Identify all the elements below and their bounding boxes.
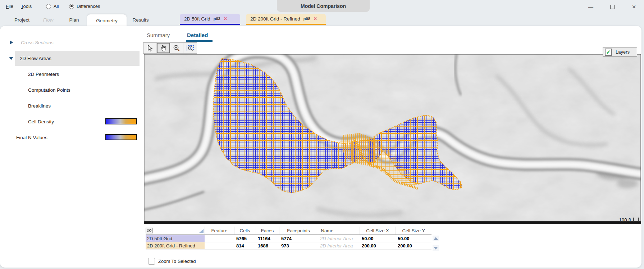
tree-item-final-n-values[interactable]: Final N Values (16, 131, 47, 143)
close-tab-icon[interactable]: ✕ (314, 16, 317, 21)
zoom-window-tool[interactable] (183, 43, 197, 53)
hand-icon (160, 45, 167, 52)
radio-all[interactable]: All (46, 4, 59, 9)
terrain-hillshade-map: 100 ft (144, 54, 641, 224)
zoom-to-selected-row[interactable]: Zoom To Selected (148, 258, 196, 265)
map-canvas[interactable]: 100 ft (144, 54, 641, 224)
sort-indicator-icon (199, 229, 204, 233)
eye-slash-icon (146, 228, 153, 233)
close-tab-icon[interactable]: ✕ (224, 16, 227, 21)
check-icon: ✓ (606, 49, 611, 55)
window-title-pill: Model Comparison (277, 0, 370, 12)
column-header-faces[interactable]: Faces (256, 227, 279, 235)
final-n-values-legend (105, 134, 137, 140)
comparison-table: Feature Cells Faces Facepoints Name Cell… (146, 227, 431, 250)
table-row-2d-200ft-grid-refined[interactable]: 2D 200ft Grid - Refined 814 1686 973 2D … (146, 242, 431, 249)
pan-hand-tool[interactable] (157, 43, 170, 53)
radio-differences[interactable]: Differences (69, 4, 100, 9)
table-scrollbar[interactable] (433, 236, 439, 251)
tree-item-computation-points[interactable]: Computation Points (28, 84, 70, 96)
select-cursor-tool[interactable] (143, 43, 157, 53)
menu-tools[interactable]: Tools (21, 4, 32, 9)
minimize-button[interactable]: — (585, 3, 596, 11)
plan-badge: p08 (303, 17, 310, 21)
close-button[interactable]: ✕ (629, 3, 639, 11)
menu-file[interactable]: File (6, 4, 13, 9)
tree-item-2d-flow-areas[interactable]: 2D Flow Areas (9, 52, 51, 64)
column-header-cells[interactable]: Cells (234, 227, 256, 235)
tab-plan[interactable]: Plan (65, 14, 83, 25)
tab-project[interactable]: Project (12, 14, 32, 25)
maximize-button[interactable] (607, 3, 618, 11)
feature-cell (205, 242, 234, 249)
chevron-down-icon[interactable] (9, 57, 13, 60)
radio-all-label: All (54, 4, 59, 9)
zoom-in-tool[interactable] (170, 43, 183, 53)
tree-item-cell-density[interactable]: Cell Density (28, 115, 54, 128)
cell-size-x-cell: 200.00 (360, 242, 396, 249)
maximize-icon (610, 5, 615, 9)
tree-item-breaklines[interactable]: Breaklines (28, 100, 51, 112)
facepoints-cell: 973 (279, 242, 318, 249)
cell-size-x-cell: 50.00 (360, 235, 396, 242)
tab-detailed[interactable]: Detailed (187, 30, 208, 40)
arrow-up-icon (434, 237, 438, 240)
visibility-column-header[interactable] (146, 227, 205, 235)
model-tab-label: 2D 50ft Grid (184, 16, 210, 22)
window-title: Model Comparison (301, 3, 346, 9)
cells-cell: 5765 (234, 235, 256, 242)
tab-summary[interactable]: Summary (147, 30, 170, 40)
radio-differences-circle[interactable] (69, 4, 74, 9)
layers-label: Layers (616, 49, 630, 55)
feature-name-cell[interactable]: 2D 50ft Grid (146, 235, 205, 242)
name-cell: 2D Interior Area (318, 242, 360, 249)
name-cell: 2D Interior Area (318, 235, 360, 242)
table-header-row: Feature Cells Faces Facepoints Name Cell… (146, 227, 431, 235)
magnifier-plus-icon (173, 45, 180, 52)
tab-results[interactable]: Results (131, 14, 150, 25)
cell-size-y-cell: 200.00 (396, 242, 431, 249)
column-header-cell-size-y[interactable]: Cell Size Y (396, 227, 431, 235)
model-tab-2d-50ft-grid[interactable]: 2D 50ft Grid p03 ✕ (180, 14, 240, 25)
arrow-down-icon (434, 247, 438, 250)
plan-badge: p03 (214, 17, 220, 21)
scroll-up-button[interactable] (433, 236, 439, 241)
feature-name-cell[interactable]: 2D 200ft Grid - Refined (146, 242, 205, 249)
zoom-to-selected-label: Zoom To Selected (158, 259, 196, 264)
cell-size-y-cell: 50.00 (396, 235, 431, 242)
chevron-right-icon[interactable] (10, 40, 13, 45)
table-row-2d-50ft-grid[interactable]: 2D 50ft Grid 5765 11164 5774 2D Interior… (146, 235, 431, 242)
cells-cell: 814 (234, 242, 256, 249)
active-tab-underline (186, 40, 213, 42)
zoom-to-selected-checkbox[interactable] (148, 258, 155, 265)
tree-item-cross-sections[interactable]: Cross Sections (10, 36, 54, 49)
column-header-name[interactable]: Name (318, 227, 360, 235)
tree-item-2d-perimeters[interactable]: 2D Perimeters (28, 68, 59, 80)
column-header-cell-size-x[interactable]: Cell Size X (360, 227, 396, 235)
feature-cell (205, 235, 234, 242)
faces-cell: 1686 (256, 242, 279, 249)
faces-cell: 11164 (256, 235, 279, 242)
cell-density-legend (105, 118, 137, 124)
layers-button[interactable]: ✓ Layers (603, 47, 637, 57)
radio-all-circle[interactable] (46, 4, 51, 9)
model-tab-2d-200ft-grid-refined[interactable]: 2D 200ft Grid - Refined p08 ✕ (246, 14, 326, 25)
column-header-facepoints[interactable]: Facepoints (279, 227, 318, 235)
model-tab-label: 2D 200ft Grid - Refined (250, 16, 300, 22)
magnifier-window-icon (186, 45, 194, 52)
radio-differences-label: Differences (77, 4, 100, 9)
column-header-feature[interactable]: Feature (205, 227, 234, 235)
tab-geometry[interactable]: Geometry (87, 14, 127, 27)
facepoints-cell: 5774 (279, 235, 318, 242)
cursor-arrow-icon (147, 45, 153, 52)
tab-flow[interactable]: Flow (40, 14, 56, 25)
map-toolbar (143, 42, 197, 54)
layers-checkbox[interactable]: ✓ (605, 49, 612, 56)
scroll-down-button[interactable] (433, 245, 439, 251)
